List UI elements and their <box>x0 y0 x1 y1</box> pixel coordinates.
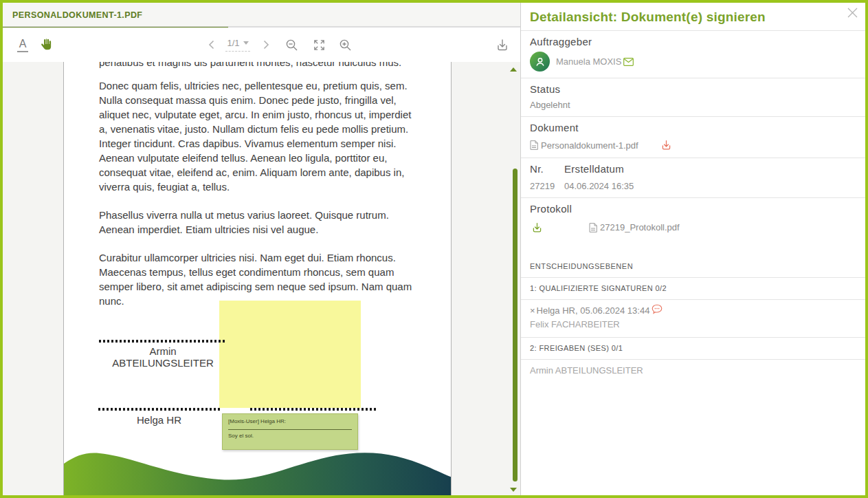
section-protokoll: Protokoll 27219_Protokoll.pdf <box>521 198 865 241</box>
pdf-file-icon <box>530 140 538 150</box>
hand-icon <box>40 37 55 52</box>
signature-field-highlight[interactable] <box>219 301 361 408</box>
scrollbar-thumb[interactable] <box>513 169 518 481</box>
email-envelope-icon[interactable] <box>623 58 634 66</box>
pdf-paragraph-clipped: penatibus et magnis dis parturient monte… <box>99 62 418 69</box>
previous-page-button[interactable] <box>205 28 217 62</box>
pdf-paragraph: Donec quam felis, ultricies nec, pellent… <box>99 78 418 194</box>
signer-entry-pending: Armin ABTEILUNGSLEITER <box>530 365 856 376</box>
rejected-x-mark: × <box>530 305 535 316</box>
page-indicator-dropdown[interactable]: 1/1 <box>220 28 256 62</box>
dokument-file-link[interactable]: Personaldokument-1.pdf <box>530 140 638 151</box>
fullscreen-expand-icon <box>313 39 326 52</box>
hand-pan-tool-button[interactable] <box>37 28 58 62</box>
section-dokument: Dokument Personaldokument-1.pdf <box>521 117 865 158</box>
document-tab[interactable]: PERSONALDOKUMENT-1.PDF <box>3 3 152 28</box>
zoom-in-button[interactable] <box>335 28 355 62</box>
signature-name-armin: Armin ABTEILUNGSLEITER <box>99 345 227 369</box>
download-icon-red <box>660 139 672 151</box>
scroll-down-arrow[interactable] <box>510 488 517 492</box>
section-auftraggeber: Auftraggeber Manuela MOXIS <box>521 31 865 78</box>
zoom-in-icon <box>339 39 352 52</box>
page-indicator-value: 1/1 <box>227 38 239 48</box>
scroll-up-arrow[interactable] <box>510 67 517 72</box>
level-1-title: 1: QUALIFIZIERTE SIGNATUREN 0/2 <box>521 278 865 300</box>
download-icon <box>496 38 509 52</box>
dokument-label: Dokument <box>530 122 856 133</box>
text-select-tool-button[interactable]: A <box>14 28 32 62</box>
pdf-file-icon <box>589 223 597 232</box>
erstelldatum-label: Erstelldatum <box>564 163 856 175</box>
footer-wave-graphic <box>64 433 452 495</box>
dokument-filename: Personaldokument-1.pdf <box>541 140 638 151</box>
entscheidungsebenen-heading: ENTSCHEIDUNGSEBENEN <box>521 262 865 278</box>
level-2-entries: Armin ABTEILUNGSLEITER <box>521 360 865 383</box>
pdf-paragraph: Phasellus viverra nulla ut metus varius … <box>99 208 418 237</box>
detail-panel-title: Detailansicht: Dokument(e) signieren <box>530 10 865 25</box>
app-window: PERSONALDOKUMENT-1.PDF A <box>0 0 868 498</box>
auftraggeber-label: Auftraggeber <box>530 36 856 47</box>
close-panel-button[interactable] <box>846 6 858 19</box>
close-icon <box>847 8 858 18</box>
zoom-out-button[interactable] <box>282 28 301 62</box>
zoom-out-icon <box>285 39 298 52</box>
detail-panel-header: Detailansicht: Dokument(e) signieren <box>521 3 865 31</box>
pdf-paragraph: Curabitur ullamcorper ultricies nisi. Na… <box>99 250 418 308</box>
status-label: Status <box>530 83 856 95</box>
download-document-button[interactable] <box>494 28 511 62</box>
next-page-button[interactable] <box>260 28 272 62</box>
signer-entry-pending: Felix FACHARBEITER <box>530 319 856 329</box>
nr-value: 27219 <box>530 181 564 191</box>
note-author: [Moxis-User] Helga HR: <box>228 418 352 424</box>
section-nr-erstelldatum: Nr. Erstelldatum 27219 04.06.2024 16:35 <box>521 158 865 198</box>
signature-line <box>250 408 378 411</box>
erstelldatum-value: 04.06.2024 16:35 <box>564 181 856 191</box>
signature-line <box>98 408 220 411</box>
level-2-title: 2: FREIGABEN (SES) 0/1 <box>521 338 865 360</box>
document-tab-label: PERSONALDOKUMENT-1.PDF <box>12 10 142 20</box>
document-tabbar: PERSONALDOKUMENT-1.PDF <box>3 3 520 28</box>
status-badge: Abgelehnt <box>530 100 856 110</box>
protokoll-file-link[interactable]: 27219_Protokoll.pdf <box>589 222 680 232</box>
pdf-page: penatibus et magnis dis parturient monte… <box>63 62 452 495</box>
comment-bubble-icon <box>652 304 663 314</box>
chevron-left-icon <box>208 40 214 50</box>
pdf-viewer: PERSONALDOKUMENT-1.PDF A <box>3 3 520 495</box>
nr-label: Nr. <box>530 163 564 175</box>
signature-name-helga: Helga HR <box>98 414 220 426</box>
signature-line <box>99 340 227 343</box>
avatar <box>530 52 550 72</box>
auftraggeber-name-text: Manuela MOXIS <box>556 56 621 67</box>
section-status: Status Abgelehnt <box>521 78 865 117</box>
pdf-canvas: penatibus et magnis dis parturient monte… <box>3 62 520 495</box>
signer-entry-rejected: ×Helga HR, 05.06.2024 13:44 <box>530 305 856 316</box>
text-select-icon: A <box>17 38 29 52</box>
level-1-entries: ×Helga HR, 05.06.2024 13:44 Felix FACHAR… <box>521 300 865 338</box>
rejection-comment-button[interactable] <box>652 304 663 314</box>
fullscreen-button[interactable] <box>309 28 329 62</box>
auftraggeber-name: Manuela MOXIS <box>556 56 634 67</box>
download-dokument-button[interactable] <box>660 139 672 151</box>
download-protokoll-button[interactable] <box>531 221 543 233</box>
chevron-right-icon <box>263 40 269 50</box>
viewer-toolbar: A 1/1 <box>3 28 520 62</box>
person-icon <box>534 56 546 68</box>
protokoll-label: Protokoll <box>530 203 856 215</box>
note-divider <box>228 429 352 430</box>
chevron-down-icon <box>243 41 249 45</box>
signer-entry-text: Helga HR, 05.06.2024 13:44 <box>537 305 650 316</box>
protokoll-filename: 27219_Protokoll.pdf <box>600 222 680 232</box>
detail-panel: Detailansicht: Dokument(e) signieren Auf… <box>520 3 865 495</box>
download-icon-green <box>531 221 543 233</box>
